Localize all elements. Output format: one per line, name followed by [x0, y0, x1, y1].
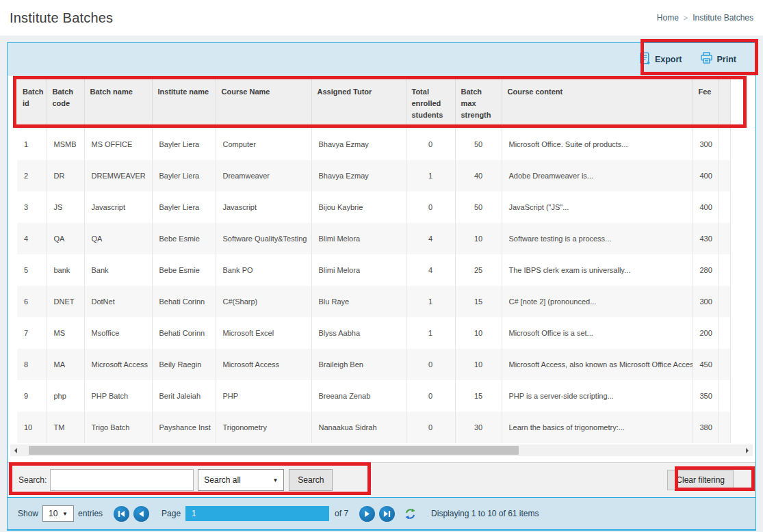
table-row[interactable]: 6DNETDotNetBehati CorinnC#(Sharp)Blu Ray… [17, 286, 730, 317]
cell-code: bank [47, 254, 84, 286]
table-row[interactable]: 9phpPHP BatchBerit JaleiahPHPBreeana Zen… [17, 380, 730, 412]
cell-tutor: Blu Raye [311, 286, 406, 317]
table-row[interactable]: 3JSJavascriptBayler LieraJavascriptBijou… [17, 191, 730, 223]
cell-code: JS [47, 191, 84, 223]
cell-name: PHP Batch [84, 380, 152, 412]
export-button[interactable]: Export [639, 52, 682, 68]
next-page-button[interactable] [359, 506, 375, 522]
cell-enrolled: 4 [406, 223, 455, 254]
table-row[interactable]: 2DRDREMWEAVERBayler LieraDreamweaverBhav… [17, 160, 730, 191]
cell-max: 15 [455, 380, 502, 412]
cell-fee: 300 [693, 129, 719, 160]
cell-tutor: Blimi Melora [311, 254, 406, 286]
cell-tutor: Blimi Melora [311, 223, 406, 254]
show-label: Show [18, 509, 38, 518]
cell-fee: 400 [693, 191, 719, 223]
table-row[interactable]: 5bankBankBebe EsmieBank POBlimi Melora42… [17, 254, 730, 286]
column-header-content[interactable]: Course content [502, 78, 693, 129]
cell-course: Computer [216, 129, 311, 160]
table-wrap: Batch idBatch codeBatch nameInstitute na… [8, 76, 755, 443]
cell-filler [719, 129, 730, 160]
column-header-code[interactable]: Batch code [47, 78, 84, 129]
batches-panel: Export Print [7, 42, 756, 531]
cell-filler [719, 380, 730, 412]
cell-id: 2 [17, 160, 47, 191]
table-row[interactable]: 4QAQABebe EsmieSoftware Quality&TestingB… [17, 223, 730, 254]
cell-max: 15 [455, 286, 502, 317]
cell-filler [719, 317, 730, 349]
page-size-select[interactable]: 10 ▼ [42, 505, 74, 522]
column-header-institute[interactable]: Institute name [152, 78, 216, 129]
top-bar: Institute Batches Home > Institute Batch… [0, 0, 763, 36]
cell-course: Dreamweaver [216, 160, 311, 191]
column-header-max[interactable]: Batch max strength [455, 78, 502, 129]
column-header-tutor[interactable]: Assigned Tutor [311, 78, 406, 129]
breadcrumb-home-link[interactable]: Home [657, 13, 679, 23]
scroll-left-icon[interactable] [10, 448, 21, 453]
table-head: Batch idBatch codeBatch nameInstitute na… [17, 78, 730, 129]
column-header-course[interactable]: Course Name [216, 78, 311, 129]
scrollbar-track[interactable] [21, 446, 742, 455]
cell-fee: 280 [693, 254, 719, 286]
refresh-button[interactable] [404, 508, 416, 520]
cell-tutor: Blyss Aabha [311, 317, 406, 349]
search-filter-select[interactable]: Search all ▼ [198, 469, 284, 491]
table-row[interactable]: 7MSMsofficeBehati CorinnMicrosoft ExcelB… [17, 317, 730, 349]
page-number-input[interactable] [185, 506, 329, 521]
cell-name: DREMWEAVER [84, 160, 152, 191]
table-row[interactable]: 10TMTrigo BatchPayshance InstTrigonometr… [17, 412, 730, 443]
batches-table: Batch idBatch codeBatch nameInstitute na… [17, 77, 731, 443]
cell-max: 10 [455, 349, 502, 380]
cell-fee: 350 [693, 380, 719, 412]
search-filter-selected: Search all [204, 475, 240, 485]
search-input[interactable] [50, 469, 194, 491]
horizontal-scrollbar[interactable] [10, 444, 753, 456]
cell-institute: Behati Corinn [152, 317, 216, 349]
column-header-id[interactable]: Batch id [17, 78, 47, 129]
previous-page-button[interactable] [133, 506, 149, 522]
cell-code: QA [47, 223, 84, 254]
cell-enrolled: 0 [406, 412, 455, 443]
cell-institute: Payshance Inst [152, 412, 216, 443]
first-page-icon [118, 510, 125, 518]
cell-code: TM [47, 412, 84, 443]
breadcrumb-current: Institute Batches [693, 13, 753, 23]
clear-filtering-button[interactable]: Clear filtering [667, 470, 734, 490]
cell-max: 50 [455, 129, 502, 160]
column-header-filler [719, 78, 730, 129]
print-button[interactable]: Print [700, 52, 736, 67]
column-header-name[interactable]: Batch name [84, 78, 152, 129]
cell-enrolled: 0 [406, 380, 455, 412]
cell-course: Microsoft Excel [216, 317, 311, 349]
cell-content: Microsoft Access, also known as Microsof… [502, 349, 693, 380]
breadcrumb: Home > Institute Batches [657, 13, 753, 23]
first-page-button[interactable] [114, 506, 129, 522]
cell-id: 10 [17, 412, 47, 443]
scrollbar-thumb[interactable] [29, 446, 519, 455]
cell-institute: Beily Raegin [152, 349, 216, 380]
cell-id: 9 [17, 380, 47, 412]
cell-filler [719, 160, 730, 191]
last-page-button[interactable] [379, 506, 395, 522]
cell-code: DNET [47, 286, 84, 317]
search-button[interactable]: Search [289, 469, 333, 491]
cell-fee: 200 [693, 317, 719, 349]
cell-name: Msoffice [84, 317, 152, 349]
cell-enrolled: 1 [406, 286, 455, 317]
scroll-right-icon[interactable] [742, 448, 753, 453]
cell-name: Trigo Batch [84, 412, 152, 443]
chevron-down-icon: ▼ [272, 477, 278, 483]
column-header-enrolled[interactable]: Total enrolled students [406, 78, 455, 129]
cell-institute: Bayler Liera [152, 129, 216, 160]
cell-fee: 400 [693, 160, 719, 191]
cell-institute: Bebe Esmie [152, 223, 216, 254]
cell-id: 7 [17, 317, 47, 349]
column-header-fee[interactable]: Fee [693, 78, 719, 129]
table-row[interactable]: 8MAMicrosoft AccessBeily RaeginMicrosoft… [17, 349, 730, 380]
cell-content: Adobe Dreamweaver is... [502, 160, 693, 191]
cell-code: php [47, 380, 84, 412]
table-row[interactable]: 1MSMBMS OFFICEBayler LieraComputerBhavya… [17, 129, 730, 160]
cell-content: Learn the basics of trigonometry:... [502, 412, 693, 443]
cell-enrolled: 0 [406, 349, 455, 380]
cell-enrolled: 1 [406, 317, 455, 349]
